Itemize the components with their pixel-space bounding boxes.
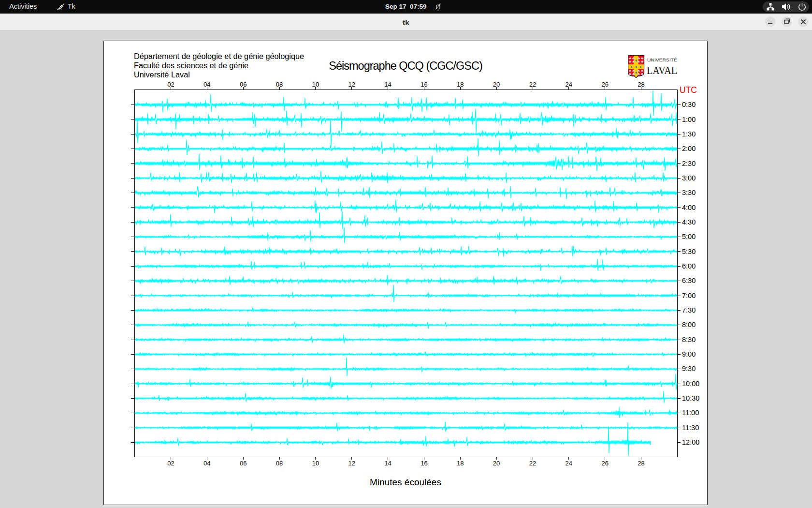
svg-text:9:30: 9:30	[682, 365, 696, 373]
svg-text:0:30: 0:30	[682, 101, 696, 108]
svg-text:UTC: UTC	[680, 85, 697, 95]
svg-text:5:00: 5:00	[682, 233, 696, 240]
svg-text:08: 08	[276, 460, 283, 467]
svg-text:3:00: 3:00	[682, 174, 696, 182]
svg-text:08: 08	[276, 81, 283, 88]
svg-text:14: 14	[384, 81, 391, 88]
svg-text:18: 18	[457, 460, 464, 467]
svg-text:7:30: 7:30	[682, 306, 696, 314]
svg-text:12:00: 12:00	[682, 438, 699, 446]
svg-text:1:30: 1:30	[682, 130, 696, 138]
svg-text:6:00: 6:00	[682, 262, 696, 270]
svg-text:4:30: 4:30	[682, 218, 696, 226]
svg-text:1:00: 1:00	[682, 116, 696, 123]
svg-text:11:30: 11:30	[682, 424, 699, 432]
svg-text:7:00: 7:00	[682, 292, 696, 299]
svg-text:20: 20	[493, 81, 500, 88]
svg-text:12: 12	[348, 460, 355, 467]
svg-text:12: 12	[348, 81, 355, 88]
svg-text:04: 04	[203, 460, 210, 467]
svg-text:02: 02	[167, 460, 174, 467]
svg-text:20: 20	[493, 460, 500, 467]
svg-text:24: 24	[566, 460, 572, 467]
svg-text:16: 16	[420, 460, 427, 467]
svg-text:02: 02	[167, 81, 174, 88]
svg-text:LAVAL: LAVAL	[647, 64, 677, 76]
svg-text:26: 26	[601, 81, 608, 88]
svg-text:14: 14	[384, 460, 391, 467]
svg-text:06: 06	[240, 81, 246, 88]
svg-text:28: 28	[638, 81, 644, 88]
svg-text:16: 16	[420, 81, 427, 88]
svg-text:UNIVERSITÉ: UNIVERSITÉ	[647, 58, 677, 62]
svg-text:8:00: 8:00	[682, 321, 696, 329]
svg-text:10: 10	[312, 81, 319, 88]
svg-text:2:00: 2:00	[682, 145, 696, 152]
svg-text:18: 18	[457, 81, 464, 88]
svg-text:9:00: 9:00	[682, 350, 696, 358]
svg-text:4:00: 4:00	[682, 204, 696, 211]
svg-text:22: 22	[529, 460, 536, 467]
svg-text:10: 10	[312, 460, 319, 467]
svg-text:11:00: 11:00	[682, 409, 699, 417]
svg-text:22: 22	[529, 81, 536, 88]
svg-text:10:00: 10:00	[682, 380, 699, 388]
svg-text:10:30: 10:30	[682, 394, 699, 402]
svg-text:24: 24	[566, 81, 572, 88]
svg-text:06: 06	[240, 460, 246, 467]
svg-text:3:30: 3:30	[682, 189, 696, 196]
svg-text:28: 28	[638, 460, 644, 467]
svg-text:5:30: 5:30	[682, 248, 696, 255]
svg-text:04: 04	[203, 81, 210, 88]
svg-text:26: 26	[601, 460, 608, 467]
svg-text:2:30: 2:30	[682, 160, 696, 167]
svg-text:8:30: 8:30	[682, 336, 696, 344]
svg-text:6:30: 6:30	[682, 277, 696, 284]
